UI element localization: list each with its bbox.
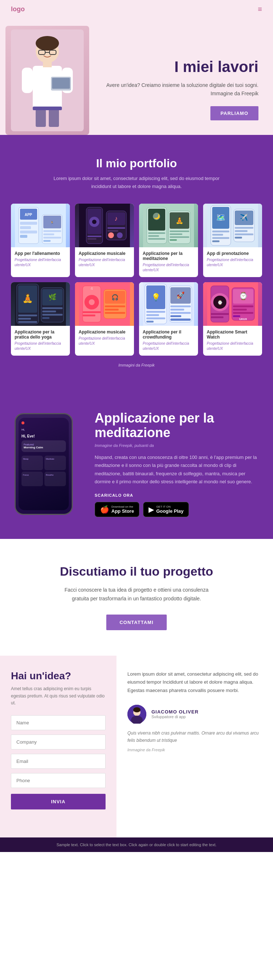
phone-close-dot [21, 422, 24, 424]
svg-rect-78 [18, 315, 37, 317]
svg-rect-115 [170, 315, 181, 317]
hero-text-block: I miei lavori Avere un'idea? Creiamo ins… [95, 44, 259, 135]
portfolio-card-cat-5: Progettazione dell'interfaccia utente/UX [78, 336, 130, 346]
portfolio-card-title-2: Applicazione per la meditazione [143, 251, 195, 261]
booking-app-graphic: 🗺️ ✈️ [207, 204, 258, 247]
logo[interactable]: logo [11, 5, 25, 13]
svg-rect-19 [20, 222, 37, 225]
name-input[interactable] [11, 715, 105, 730]
portfolio-grid: APP 🏃 App per l'allenamento Progettazion [11, 204, 262, 356]
portfolio-card-watch[interactable]: ⌚ ⌚ UI/UX Applicazione Smart Watch Proge… [203, 282, 262, 356]
apple-icon: 🍎 [100, 505, 109, 514]
svg-rect-105 [146, 311, 165, 313]
svg-rect-127 [233, 305, 253, 307]
svg-rect-128 [233, 309, 247, 310]
svg-text:⌚: ⌚ [239, 292, 248, 301]
phone-mini-card-breathe: Breathe [45, 472, 66, 486]
svg-text:UI/UX: UI/UX [239, 317, 247, 321]
portfolio-title: Il mio portfolio [11, 157, 262, 170]
author-avatar-svg [128, 705, 146, 724]
svg-rect-40 [107, 227, 125, 229]
svg-text:⌚: ⌚ [217, 300, 223, 305]
svg-rect-100 [105, 312, 125, 314]
svg-text:🧘: 🧘 [176, 216, 184, 224]
portfolio-card-music[interactable]: ♪ Applicazione musicale Progettazione de… [75, 204, 134, 277]
portfolio-card-cat-0: Progettazione dell'interfaccia utente/UX [14, 258, 66, 268]
portfolio-card-image-music: ♪ [75, 204, 134, 247]
company-input[interactable] [11, 735, 105, 749]
svg-rect-99 [105, 309, 119, 310]
meditation-description: Nispand, creata con una conoscenza di ol… [95, 453, 259, 485]
svg-text:🏃: 🏃 [50, 221, 54, 224]
contact-form-subtitle: Amet tellus cras adipiscing enim eu turp… [11, 686, 105, 706]
svg-rect-27 [43, 234, 54, 235]
svg-rect-114 [170, 312, 191, 314]
svg-rect-20 [20, 226, 31, 229]
portfolio-card-image-meditation: 🌙 🧘 [139, 204, 198, 247]
svg-rect-65 [212, 237, 229, 239]
author-info: GIACOMO OLIVER Sviluppatore di app [152, 709, 199, 719]
portfolio-card-crowd[interactable]: 💡 🚀 Applicazione per il crowdfunding [139, 282, 198, 356]
phone-input[interactable] [11, 773, 105, 788]
portfolio-card-music2[interactable]: ♫ 🎧 Applicazione musicale Progettazione … [75, 282, 134, 356]
cta-title: Discutiamo il tuo progetto [11, 564, 262, 579]
email-input[interactable] [11, 754, 105, 769]
hamburger-icon[interactable]: ≡ [258, 5, 262, 13]
svg-rect-122 [211, 313, 229, 315]
testimonial-quote: Quis viverra nibh cras pulvinar mattis. … [128, 729, 262, 745]
portfolio-card-cat-3: Progettazione dell'interfaccia utente/UX [207, 258, 259, 268]
yoga-app-graphic: 🧘 🌿 [15, 282, 66, 326]
portfolio-section: Il mio portfolio Lorem ipsum dolor sit a… [0, 135, 273, 389]
portfolio-card-image-booking: 🗺️ ✈️ [203, 204, 262, 247]
portfolio-card-image-yoga: 🧘 🌿 [11, 282, 70, 326]
svg-rect-130 [233, 315, 240, 317]
google-play-button[interactable]: ▶ GET IT ON Google Play [143, 502, 189, 517]
svg-rect-72 [235, 234, 253, 235]
submit-button[interactable]: INVIA [11, 794, 105, 810]
portfolio-card-yoga[interactable]: 🧘 🌿 Applicazione per la pratica dello yo… [11, 282, 70, 356]
contact-form-title: Hai un'idea? [11, 670, 105, 682]
svg-text:💡: 💡 [152, 293, 161, 301]
phone-greeting: Hi, [21, 428, 66, 431]
portfolio-card-cat-7: Progettazione dell'interfaccia utente/UX [207, 341, 259, 351]
portfolio-card-cat-1: Progettazione dell'interfaccia utente/UX [78, 258, 130, 268]
portfolio-card-booking[interactable]: 🗺️ ✈️ App di prenotazione Progettazione [203, 204, 262, 277]
phone-mockup: Hi, Hi, Eve! Featured Morning Calm Sleep… [14, 413, 73, 515]
svg-text:APP: APP [25, 213, 32, 217]
portfolio-card-image-crowd: 💡 🚀 [139, 282, 198, 326]
portfolio-card-title-4: Applicazione per la pratica dello yoga [14, 329, 66, 340]
svg-rect-112 [170, 305, 191, 307]
hero-cta-button[interactable]: PARLIAMO [211, 106, 259, 120]
header: logo ≡ [0, 0, 273, 19]
svg-rect-14 [33, 107, 62, 110]
cta-section: Discutiamo il tuo progetto Facci conosce… [0, 539, 273, 656]
svg-point-42 [108, 232, 114, 238]
svg-rect-11 [43, 62, 52, 67]
person-svg [11, 29, 84, 131]
svg-text:♪: ♪ [115, 215, 118, 222]
svg-rect-87 [42, 317, 49, 319]
svg-rect-10 [52, 78, 70, 89]
portfolio-card-cat-2: Progettazione dell'interfaccia utente/UX [143, 262, 195, 273]
portfolio-card-image-fitness: APP 🏃 [11, 204, 70, 247]
svg-point-43 [117, 232, 123, 238]
svg-rect-12 [36, 109, 46, 127]
portfolio-card-fitness[interactable]: APP 🏃 App per l'allenamento Progettazion [11, 204, 70, 277]
portfolio-card-meditation[interactable]: 🌙 🧘 Applicazione per la meditazione Prog… [139, 204, 198, 277]
crowd-app-graphic: 💡 🚀 [143, 282, 194, 326]
portfolio-card-info-music2: Applicazione musicale Progettazione dell… [75, 326, 134, 350]
cta-button[interactable]: CONTATTAMI [106, 614, 166, 630]
music-app-graphic: ♪ [79, 204, 130, 247]
svg-text:🗺️: 🗺️ [216, 213, 225, 222]
svg-rect-86 [42, 314, 62, 316]
hero-image [0, 26, 95, 135]
app-store-button[interactable]: 🍎 Download on the App Store [95, 502, 139, 517]
svg-rect-123 [211, 317, 224, 318]
meditation-section: Hi, Hi, Eve! Featured Morning Calm Sleep… [0, 389, 273, 539]
svg-point-135 [133, 707, 140, 712]
phone-mini-card-sleep-label: Sleep [23, 458, 42, 460]
svg-text:🚀: 🚀 [177, 291, 185, 299]
portfolio-card-info-watch: Applicazione Smart Watch Progettazione d… [203, 326, 262, 356]
author-role: Sviluppatore di app [152, 714, 199, 719]
svg-rect-70 [235, 227, 253, 229]
